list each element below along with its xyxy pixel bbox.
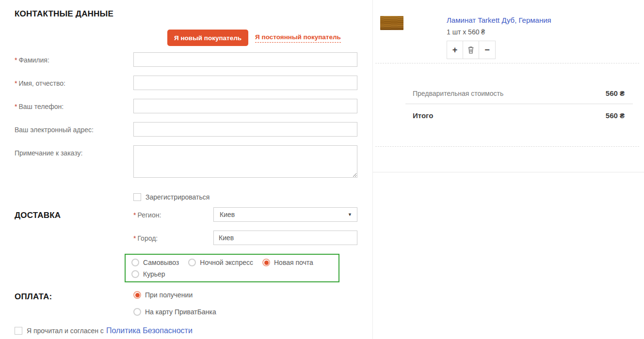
total-label: Итого — [413, 111, 433, 120]
checkbox-unchecked-icon[interactable] — [15, 327, 22, 335]
city-row: *Город: — [15, 231, 372, 245]
shipping-options-box: Самовывоз Ночной экспресс Новая почта Ку… — [125, 254, 339, 282]
radio-checked-icon[interactable] — [262, 259, 270, 266]
payment-option-on-delivery[interactable]: При получении — [133, 291, 216, 299]
shipping-option-night-express[interactable]: Ночной экспресс — [188, 259, 253, 266]
region-select[interactable]: Киев ▼ — [213, 207, 357, 222]
cart-item: Ламинат Tarkett Дуб, Германия 1 шт x 560… — [373, 0, 644, 63]
payment-heading: ОПЛАТА: — [15, 292, 52, 301]
email-input[interactable] — [133, 122, 357, 137]
remove-item-button[interactable] — [463, 41, 479, 59]
delivery-heading-cell: ДОСТАВКА — [15, 207, 133, 222]
payment-heading-cell: ОПЛАТА: — [15, 291, 133, 325]
delivery-section: ДОСТАВКА *Регион: Киев ▼ *Город: Самовыв… — [15, 207, 372, 282]
customer-type-tabs: Я новый покупатель Я постоянный покупате… — [167, 30, 372, 46]
city-input[interactable] — [213, 231, 357, 245]
region-label: *Регион: — [133, 207, 213, 222]
firstname-label: *Имя, отчество: — [15, 76, 133, 90]
minus-icon: − — [484, 45, 490, 55]
agreement-row: Я прочитал и согласен с Политика Безопас… — [15, 326, 372, 335]
order-summary: Ламинат Tarkett Дуб, Германия 1 шт x 560… — [373, 0, 644, 172]
payment-option-privatbank-card[interactable]: На карту ПриватБанка — [133, 308, 216, 316]
register-checkbox-row[interactable]: Зарегистрироваться — [133, 193, 372, 201]
checkbox-unchecked-icon[interactable] — [133, 193, 141, 201]
email-label: Ваш электронный адрес: — [15, 122, 133, 137]
total-value: 560 ₴ — [606, 111, 625, 120]
product-title-link[interactable]: Ламинат Tarkett Дуб, Германия — [447, 16, 551, 24]
increase-qty-button[interactable]: + — [447, 41, 463, 59]
contact-data-heading: КОНТАКТНЫЕ ДАННЫЕ — [15, 9, 372, 19]
shipping-option-courier[interactable]: Курьер — [131, 270, 165, 278]
order-summary-panel: Ламинат Tarkett Дуб, Германия 1 шт x 560… — [372, 0, 644, 339]
phone-label: *Ваш телефон: — [15, 99, 133, 113]
lastname-label: *Фамилия: — [15, 52, 133, 67]
required-asterisk: * — [133, 234, 136, 242]
required-asterisk: * — [133, 211, 136, 219]
email-row: Ваш электронный адрес: — [15, 122, 372, 137]
radio-unchecked-icon[interactable] — [133, 308, 141, 316]
required-asterisk: * — [15, 79, 17, 87]
order-note-row: Примечание к заказу: — [15, 145, 372, 178]
total-row: Итого 560 ₴ — [373, 111, 644, 120]
contact-form: *Фамилия: *Имя, отчество: *Ваш телефон: … — [15, 52, 372, 201]
decrease-qty-button[interactable]: − — [479, 41, 495, 59]
radio-unchecked-icon[interactable] — [131, 259, 139, 266]
shipping-option-nova-poshta[interactable]: Новая почта — [262, 259, 313, 266]
product-image[interactable] — [380, 16, 403, 30]
order-note-textarea[interactable] — [133, 145, 357, 178]
chevron-down-icon: ▼ — [348, 212, 352, 217]
region-row: ДОСТАВКА *Регион: Киев ▼ — [15, 207, 372, 222]
required-asterisk: * — [15, 56, 17, 64]
trash-icon — [467, 46, 474, 54]
checkout-form-column: КОНТАКТНЫЕ ДАННЫЕ Я новый покупатель Я п… — [0, 0, 372, 339]
checkout-page: КОНТАКТНЫЕ ДАННЫЕ Я новый покупатель Я п… — [0, 0, 644, 339]
phone-row: *Ваш телефон: — [15, 99, 372, 113]
lastname-input[interactable] — [133, 52, 357, 67]
register-label: Зарегистрироваться — [145, 193, 209, 201]
order-note-label: Примечание к заказу: — [15, 145, 133, 178]
quantity-controls: + − — [447, 41, 496, 59]
tab-returning-customer[interactable]: Я постоянный покупатель — [255, 33, 341, 43]
tab-new-customer[interactable]: Я новый покупатель — [167, 30, 248, 46]
payment-section: ОПЛАТА: При получении На карту ПриватБан… — [15, 291, 372, 325]
firstname-row: *Имя, отчество: — [15, 76, 372, 90]
subtotal-row: Предварительная стоимость 560 ₴ — [373, 89, 644, 97]
summary-dashed-divider — [375, 146, 639, 147]
phone-input[interactable] — [133, 99, 357, 113]
required-asterisk: * — [15, 103, 17, 110]
city-label: *Город: — [133, 231, 213, 245]
totals-block: Предварительная стоимость 560 ₴ Итого 56… — [373, 63, 644, 120]
subtotal-value: 560 ₴ — [606, 89, 625, 97]
radio-unchecked-icon[interactable] — [188, 259, 196, 266]
lastname-row: *Фамилия: — [15, 52, 372, 67]
subtotal-label: Предварительная стоимость — [413, 90, 503, 97]
radio-checked-icon[interactable] — [133, 291, 141, 299]
product-qty-price: 1 шт x 560 ₴ — [447, 28, 551, 36]
privacy-policy-link[interactable]: Политика Безопасности — [106, 326, 193, 335]
region-select-value: Киев — [220, 211, 235, 218]
agreement-text: Я прочитал и согласен с — [27, 327, 104, 335]
delivery-heading: ДОСТАВКА — [15, 211, 61, 220]
plus-icon: + — [452, 45, 458, 55]
totals-divider — [405, 104, 633, 104]
shipping-option-pickup[interactable]: Самовывоз — [131, 259, 179, 266]
firstname-input[interactable] — [133, 76, 357, 90]
payment-options: При получении На карту ПриватБанка — [133, 291, 225, 325]
radio-unchecked-icon[interactable] — [131, 270, 139, 278]
